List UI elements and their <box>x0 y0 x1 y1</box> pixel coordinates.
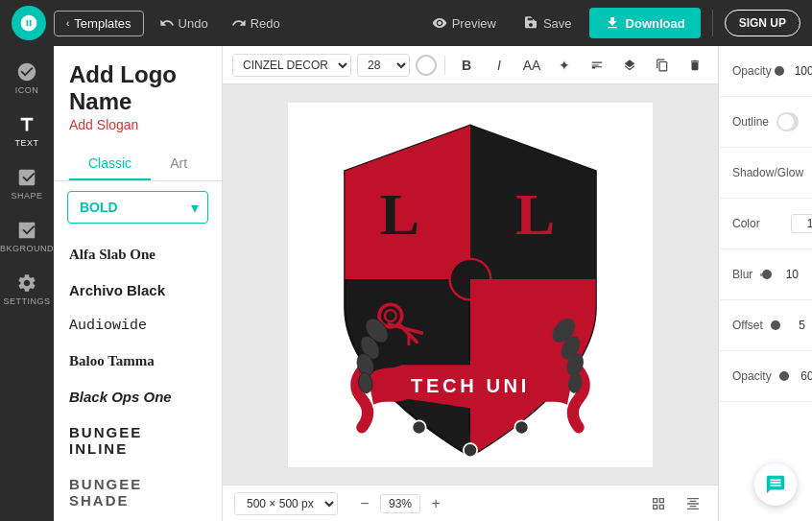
delete-button[interactable] <box>681 52 708 79</box>
save-label: Save <box>543 16 572 31</box>
tab-art[interactable]: Art <box>151 148 206 180</box>
download-button[interactable]: Download <box>589 8 701 38</box>
opacity2-value: 60 <box>787 369 812 383</box>
offset-value: 5 <box>778 319 805 332</box>
undo-icon <box>159 15 175 31</box>
font-item-bungee-inline[interactable]: BUNGEE INLINE <box>54 414 222 466</box>
chat-icon <box>765 474 786 495</box>
tabs-row: Classic Art <box>54 148 222 181</box>
grid-icon <box>651 496 666 511</box>
bottom-bar: 500 × 500 px − 93% + <box>223 485 718 521</box>
undo-button[interactable]: Undo <box>152 11 216 36</box>
blur-row: Blur 10 <box>732 259 799 290</box>
offset-row: Offset 5 <box>732 310 799 341</box>
text-color-picker[interactable] <box>416 55 437 76</box>
blur-slider[interactable] <box>760 273 764 276</box>
trash-icon <box>688 59 702 72</box>
zoom-out-button[interactable]: − <box>353 492 376 515</box>
sparkle-button[interactable]: ✦ <box>551 52 578 79</box>
icon-icon <box>16 61 37 83</box>
left-panel: Add Logo Name Add Slogan Classic Art BOL… <box>54 46 223 521</box>
templates-label: Templates <box>74 16 131 31</box>
opacity-row: Opacity 100 <box>732 56 799 86</box>
grid-button[interactable] <box>645 490 672 517</box>
outline-toggle[interactable] <box>776 112 799 131</box>
sidebar-item-text[interactable]: TEXT <box>0 107 54 155</box>
zoom-value[interactable]: 93% <box>380 494 420 513</box>
duplicate-button[interactable] <box>649 52 676 79</box>
save-icon <box>523 15 538 31</box>
font-item-archivo-black[interactable]: Archivo Black <box>54 272 222 308</box>
redo-label: Redo <box>251 16 280 31</box>
preview-button[interactable]: Preview <box>422 11 506 36</box>
main-area: ICON TEXT SHAPE BKGROUND SETTINGS Add Lo… <box>0 46 812 521</box>
align-button[interactable] <box>584 52 610 79</box>
opacity-value: 100 <box>787 64 812 78</box>
align-center-button[interactable] <box>680 490 706 517</box>
zoom-in-button[interactable]: + <box>424 492 447 515</box>
font-size-select[interactable]: 28 <box>357 54 410 77</box>
zoom-controls: − 93% + <box>353 492 447 515</box>
eye-icon <box>432 15 447 31</box>
svg-text:L: L <box>515 180 555 246</box>
sidebar-item-bkground[interactable]: BKGROUND <box>0 212 54 261</box>
toolbar-divider <box>712 10 713 36</box>
outline-section: Outline <box>719 97 812 148</box>
svg-point-19 <box>412 420 425 434</box>
opacity2-label: Opacity <box>732 369 772 383</box>
color-value-input[interactable] <box>791 214 812 233</box>
tab-classic[interactable]: Classic <box>69 148 151 180</box>
panel-subtitle[interactable]: Add Slogan <box>69 117 206 132</box>
svg-point-21 <box>464 443 477 457</box>
sidebar-icons: ICON TEXT SHAPE BKGROUND SETTINGS <box>0 46 54 521</box>
svg-text:TECH UNI: TECH UNI <box>411 374 530 395</box>
blur-section: Blur 10 <box>719 249 812 300</box>
outline-label: Outline <box>732 115 769 129</box>
font-item-bungee-shade[interactable]: BUNGEE SHADE <box>54 466 222 518</box>
canvas-size-select[interactable]: 500 × 500 px <box>234 492 338 515</box>
dropdown-row: BOLD ▾ <box>54 181 222 233</box>
italic-button[interactable]: I <box>486 52 513 79</box>
bold-button[interactable]: B <box>453 52 480 79</box>
sidebar-item-icon[interactable]: ICON <box>0 54 54 103</box>
sidebar-shape-label: SHAPE <box>11 191 42 201</box>
redo-button[interactable]: Redo <box>224 11 288 36</box>
offset-section: Offset 5 <box>719 300 812 351</box>
sidebar-icon-label: ICON <box>15 85 39 95</box>
opacity2-row: Opacity 60 <box>732 361 799 391</box>
italic-label: I <box>497 58 501 73</box>
duplicate-icon <box>656 59 669 72</box>
layers-button[interactable] <box>616 52 643 79</box>
app-logo[interactable] <box>12 6 46 40</box>
color-label: Color <box>732 217 760 230</box>
color-row: Color <box>732 208 799 239</box>
settings-icon <box>16 272 37 294</box>
chat-bubble[interactable] <box>754 463 797 506</box>
canvas-container[interactable]: L L <box>223 84 718 485</box>
align-icon <box>590 59 604 72</box>
shadow-glow-label: Shadow/Glow <box>732 166 803 179</box>
font-item-black-ops-one[interactable]: Black Ops One <box>54 379 222 414</box>
preview-label: Preview <box>452 16 496 31</box>
templates-button[interactable]: ‹ Templates <box>54 11 144 36</box>
opacity2-section: Opacity 60 <box>719 351 812 402</box>
shadow-glow-row: Shadow/Glow <box>732 157 799 188</box>
sidebar-bkground-label: BKGROUND <box>0 244 54 253</box>
font-item-alfa-slab[interactable]: Alfa Slab One <box>54 237 222 272</box>
bold-label: B <box>462 58 471 73</box>
aa-label: AA <box>523 58 541 73</box>
font-item-audiowide[interactable]: Audiowide <box>54 308 222 343</box>
font-item-baloo-tamma[interactable]: Baloo Tamma <box>54 343 222 379</box>
sidebar-text-label: TEXT <box>14 138 38 148</box>
font-family-select[interactable]: CINZEL DECOR <box>232 54 351 77</box>
signup-button[interactable]: SIGN UP <box>725 10 800 36</box>
sidebar-item-shape[interactable]: SHAPE <box>0 159 54 208</box>
sidebar-settings-label: SETTINGS <box>4 296 51 306</box>
sidebar-item-settings[interactable]: SETTINGS <box>0 265 54 314</box>
aa-button[interactable]: AA <box>518 52 545 79</box>
style-dropdown[interactable]: BOLD <box>67 191 208 224</box>
signup-label: SIGN UP <box>739 16 786 30</box>
save-button[interactable]: Save <box>513 11 582 36</box>
shape-icon <box>16 167 37 188</box>
toolbar: ‹ Templates Undo Redo Preview Save Downl… <box>0 0 812 46</box>
